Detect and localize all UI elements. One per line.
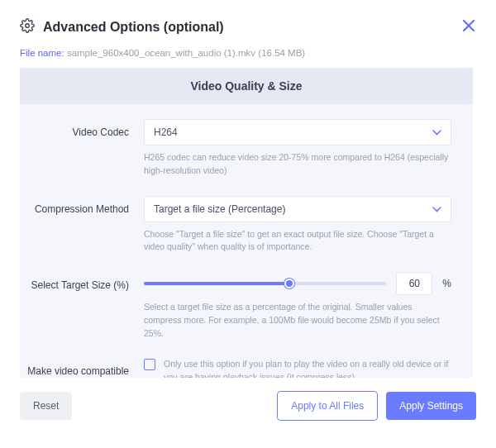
modal-title: Advanced Options (optional): [43, 20, 224, 35]
advanced-options-modal: Advanced Options (optional) File name: s…: [0, 0, 496, 448]
compat-hint: Only use this option if you plan to play…: [164, 358, 451, 378]
scroll-area[interactable]: Video Quality & Size Video Codec H264 H2…: [20, 68, 476, 378]
file-name-label: File name:: [20, 48, 67, 58]
video-codec-row: Video Codec H264 H265 codec can reduce v…: [20, 119, 451, 189]
gear-icon: [20, 18, 35, 36]
target-size-hint: Select a target file size as a percentag…: [144, 301, 451, 340]
target-size-input[interactable]: 60: [396, 272, 432, 295]
target-size-row: Select Target Size (%) 60 % Select a tar…: [20, 272, 451, 351]
svg-point-0: [26, 24, 30, 28]
close-button[interactable]: [461, 18, 476, 33]
modal-header: Advanced Options (optional): [20, 18, 476, 36]
slider-fill: [144, 282, 289, 285]
form-body: Video Codec H264 H265 codec can reduce v…: [20, 104, 473, 378]
compat-label: Make video compatible with old devices?: [20, 358, 144, 378]
percent-symbol: %: [442, 278, 451, 289]
chevron-down-icon: [432, 203, 441, 215]
compression-method-select[interactable]: Target a file size (Percentage): [144, 196, 451, 222]
close-icon: [463, 20, 475, 31]
section-title: Video Quality & Size: [20, 68, 473, 104]
file-name-value: sample_960x400_ocean_with_audio (1).mkv …: [67, 48, 305, 58]
compat-row: Make video compatible with old devices? …: [20, 358, 451, 378]
chevron-down-icon: [432, 126, 441, 138]
target-size-label: Select Target Size (%): [20, 272, 144, 292]
compat-checkbox[interactable]: [144, 359, 155, 370]
video-codec-select[interactable]: H264: [144, 119, 451, 145]
video-codec-hint: H265 codec can reduce video size 20-75% …: [144, 151, 451, 178]
video-codec-value: H264: [154, 126, 178, 138]
compression-method-label: Compression Method: [20, 196, 144, 216]
apply-all-button[interactable]: Apply to All Files: [277, 391, 378, 421]
apply-settings-button[interactable]: Apply Settings: [386, 392, 476, 420]
compression-method-hint: Choose "Target a file size" to get an ex…: [144, 228, 451, 255]
reset-button[interactable]: Reset: [20, 392, 72, 420]
file-name-row: File name: sample_960x400_ocean_with_aud…: [20, 48, 476, 58]
modal-footer: Reset Apply to All Files Apply Settings: [20, 378, 476, 421]
slider-thumb[interactable]: [284, 279, 294, 288]
video-quality-card: Video Quality & Size Video Codec H264 H2…: [20, 68, 473, 378]
compression-method-row: Compression Method Target a file size (P…: [20, 196, 451, 266]
compression-method-value: Target a file size (Percentage): [154, 203, 285, 215]
video-codec-label: Video Codec: [20, 119, 144, 139]
target-size-slider[interactable]: [144, 282, 386, 285]
